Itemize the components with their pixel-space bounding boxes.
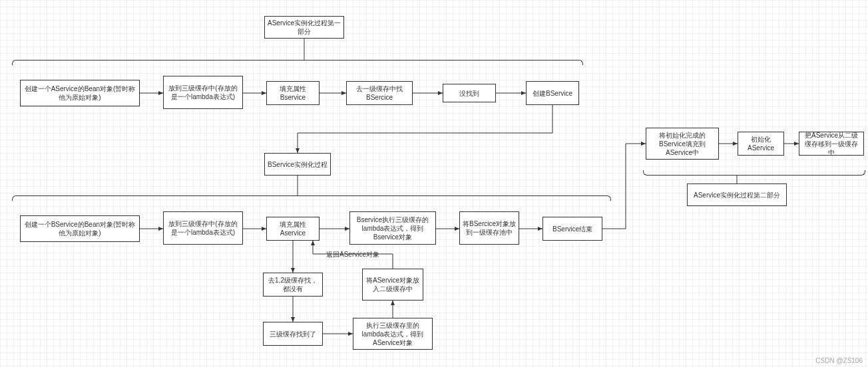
brace-bproc bbox=[12, 195, 611, 201]
r2-exec-lambda-bservice: Bservice执行三级缓存的lambda表达式，得到Bservice对象 bbox=[349, 211, 436, 245]
sub-find-l12: 去1,2级缓存找，都没有 bbox=[263, 273, 323, 297]
title-part1: AService实例化过程第一部分 bbox=[264, 16, 344, 39]
r2-create-bservice-bean: 创建一个BService的Bean对象(暂时称他为原始对象) bbox=[20, 215, 140, 242]
r3-move-l2-to-l1: 把AService从二级缓存移到一级缓存中 bbox=[799, 132, 864, 156]
r1-put-l3-cache: 放到三级缓存中(存放的是一个lambda表达式) bbox=[163, 76, 243, 109]
brace-part2 bbox=[643, 170, 865, 176]
r1-not-found: 没找到 bbox=[443, 84, 496, 102]
r2-put-l3-cache: 放到三级缓存中(存放的是一个lambda表达式) bbox=[163, 211, 243, 245]
r1-create-bservice: 创建BService bbox=[526, 81, 579, 105]
r1-fill-bservice: 填充属性Bservice bbox=[266, 81, 320, 105]
r2-put-l1-bservice: 将BSercice对象放到一级缓存池中 bbox=[459, 211, 519, 245]
brace-part1 bbox=[12, 60, 583, 65]
edge-return-aservice: 返回AService对象 bbox=[325, 250, 381, 259]
r3-init-aservice: 初始化AService bbox=[738, 132, 784, 156]
r2-fill-aservice: 填充属性Aservice bbox=[266, 217, 320, 241]
bservice-proc-title: BService实例化过程 bbox=[264, 153, 331, 176]
sub-exec-lambda-aservice: 执行三级缓存里的lambda表达式，得到AService对象 bbox=[353, 318, 433, 350]
r3-fill-bservice-into-aservice: 将初始化完成的BService填充到AService中 bbox=[646, 128, 719, 160]
sub-put-l2-aservice: 将AService对象放入二级缓存中 bbox=[362, 269, 423, 301]
sub-l3-found: 三级缓存找到了 bbox=[263, 322, 323, 346]
r1-find-l1-bservice: 去一级缓存中找BSercice bbox=[346, 81, 413, 105]
title-part2: AService实例化过程第二部分 bbox=[687, 184, 787, 206]
watermark: CSDN @ZS106 bbox=[815, 357, 863, 364]
r1-create-aservice: 创建一个AService的Bean对象(暂时称他为原始对象) bbox=[20, 80, 140, 106]
r2-bservice-end: BService结束 bbox=[542, 217, 602, 241]
